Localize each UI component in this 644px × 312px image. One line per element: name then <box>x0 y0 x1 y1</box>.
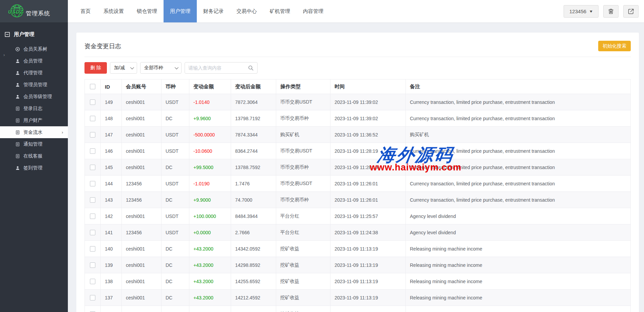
nav-tab-6[interactable]: 矿机管理 <box>263 0 297 22</box>
cell-time: 2023-11-09 11:24:38 <box>330 224 406 241</box>
sidebar-item[interactable]: 签到管理 › <box>0 162 68 174</box>
user-icon <box>15 166 20 170</box>
nav-tab-0[interactable]: 首页 <box>74 0 97 22</box>
sidebar-section-user-management[interactable]: 用户管理 <box>0 22 68 41</box>
cell-after-amount: 8364.2744 <box>231 143 276 159</box>
cell-id: 146 <box>101 143 122 159</box>
nav-tab-2[interactable]: 锁仓管理 <box>130 0 164 22</box>
cell-currency: USDT <box>162 176 189 192</box>
row-select-cell <box>85 290 101 306</box>
sidebar-item[interactable]: 登录日志 › <box>0 103 68 114</box>
cell-remark: Releasing mining machine income <box>406 290 631 306</box>
row-checkbox[interactable] <box>90 99 95 105</box>
sidebar-item[interactable]: 会员等级管理 › <box>0 91 68 103</box>
trash-icon <box>608 8 614 15</box>
cell-change-amount: +9.9000 <box>189 192 231 208</box>
cell-id: 144 <box>101 176 122 192</box>
cell-account: ceshi001 <box>122 127 162 143</box>
fund-log-table: ID 会员账号 币种 变动金额 变动后金额 操作类型 时间 备注 149 ces… <box>84 79 631 312</box>
nav-tab-4[interactable]: 财务记录 <box>197 0 230 22</box>
sidebar-item-label: 签到管理 <box>23 165 42 171</box>
sidebar-item[interactable]: 会员管理 › <box>0 55 68 67</box>
sidebar-item[interactable]: 管理员管理 › <box>0 79 68 91</box>
cell-time: 2023-11-09 11:13:19 <box>330 290 406 306</box>
row-checkbox[interactable] <box>90 230 95 235</box>
cell-remark: Currency transaction, limited price purc… <box>406 176 631 192</box>
cell-time: 2023-11-09 11:26:01 <box>330 192 406 208</box>
sidebar-item[interactable]: 代理管理 › <box>0 67 68 79</box>
sidebar-item[interactable]: 在线客服 › <box>0 150 68 162</box>
cell-remark: Currency transaction, limited price purc… <box>406 143 631 159</box>
cell-remark: Releasing mining machine income <box>406 273 631 290</box>
toolbar: 删 除 加/减 全部币种 <box>84 57 631 79</box>
cell-remark: Agency level dividend <box>406 208 631 224</box>
delete-button[interactable]: 删 除 <box>84 62 107 74</box>
cell-change-amount: -1.0190 <box>189 176 231 192</box>
search-input[interactable] <box>188 65 248 71</box>
row-select-cell <box>85 192 101 208</box>
cell-change-amount: +43.2000 <box>189 290 231 306</box>
row-checkbox[interactable] <box>90 279 95 284</box>
cell-currency: USDT <box>162 127 189 143</box>
nav-tab-7[interactable]: 内容管理 <box>297 0 330 22</box>
table-row: 142 ceshi001 USDT +100.0000 8484.3944 平台… <box>85 208 631 224</box>
sidebar-item[interactable]: 用户财产 › <box>0 114 68 126</box>
user-dropdown-button[interactable]: 123456 ▼ <box>564 5 599 18</box>
nav-tab-1[interactable]: 系统设置 <box>97 0 130 22</box>
cell-after-amount: 2.7666 <box>231 224 276 241</box>
table-row: 140 ceshi001 DC +43.2000 14342.0592 挖矿收益… <box>85 241 631 257</box>
sidebar-item[interactable]: 资金流水 › <box>0 126 68 138</box>
table-row: 145 ceshi001 DC +99.5000 13788.7592 币币交易… <box>85 159 631 176</box>
cell-op-type: 挖矿收益 <box>276 241 330 257</box>
cell-change-amount: +43.2000 <box>189 273 231 290</box>
row-checkbox[interactable] <box>90 214 95 219</box>
caret-down-icon: ▼ <box>589 10 593 13</box>
row-checkbox[interactable] <box>90 148 95 154</box>
cell-op-type: 币币交易USDT <box>276 143 330 159</box>
cell-remark: Agency level dividend <box>406 224 631 241</box>
currency-select[interactable]: 全部币种 <box>140 62 182 74</box>
cell-account: ceshi001 <box>122 257 162 273</box>
cell-op-type: 挖矿收益 <box>276 306 330 312</box>
nav-tab-3[interactable]: 用户管理 <box>164 0 197 22</box>
cell-currency: DC <box>162 290 189 306</box>
cell-remark: Currency transaction, limited price purc… <box>406 192 631 208</box>
brand-title: 管理系统 <box>26 10 50 17</box>
cell-op-type: 币币交易USDT <box>276 94 330 110</box>
table-row: 139 ceshi001 DC +43.2000 14298.8592 挖矿收益… <box>85 257 631 273</box>
row-checkbox[interactable] <box>90 116 95 121</box>
table-row: 141 123456 USDT +0.0000 2.7666 平台分红 2023… <box>85 224 631 241</box>
cell-account: ceshi001 <box>122 273 162 290</box>
logout-button[interactable] <box>623 5 639 18</box>
cell-change-amount: -1.0140 <box>189 94 231 110</box>
row-checkbox[interactable] <box>90 197 95 203</box>
cell-change-amount: +9.9600 <box>189 110 231 127</box>
row-checkbox[interactable] <box>90 246 95 252</box>
cell-remark: Currency transaction, limited price purc… <box>406 94 631 110</box>
row-select-cell <box>85 143 101 159</box>
cell-remark: Releasing mining machine income <box>406 241 631 257</box>
row-checkbox[interactable] <box>90 181 95 186</box>
cell-time: 2023-11-09 11:13:19 <box>330 273 406 290</box>
cell-after-amount: 7872.3064 <box>231 94 276 110</box>
sidebar-item[interactable]: 通知管理 › <box>0 138 68 150</box>
row-select-cell <box>85 159 101 176</box>
trash-button[interactable] <box>603 5 619 18</box>
nav-tab-5[interactable]: 交易中心 <box>230 0 263 22</box>
amount-type-select[interactable]: 加/减 <box>110 62 137 74</box>
cell-id: 140 <box>101 241 122 257</box>
sidebar-item[interactable]: 会员关系树 › <box>0 43 68 55</box>
row-checkbox[interactable] <box>90 295 95 300</box>
row-checkbox[interactable] <box>90 262 95 268</box>
cell-account: 123456 <box>122 192 162 208</box>
nav-tab-label: 交易中心 <box>236 8 257 15</box>
cell-op-type: 币币交易USDT <box>276 176 330 192</box>
row-checkbox[interactable] <box>90 132 95 137</box>
init-search-button[interactable]: 初始化搜索 <box>598 41 631 51</box>
row-checkbox[interactable] <box>90 165 95 170</box>
column-header-remark: 备注 <box>406 79 631 94</box>
row-select-cell <box>85 306 101 312</box>
nav-tab-label: 首页 <box>80 8 91 15</box>
search-icon[interactable] <box>248 65 254 71</box>
select-all-checkbox[interactable] <box>90 84 95 89</box>
